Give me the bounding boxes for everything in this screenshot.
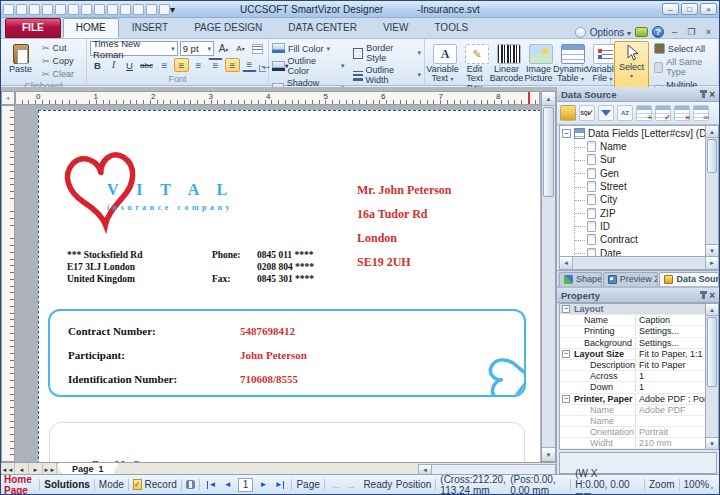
doc-close-button[interactable]: × — [702, 27, 715, 38]
collapse-icon[interactable] — [562, 305, 570, 313]
filter-icon[interactable] — [598, 105, 614, 121]
scroll-up-icon[interactable]: ▲ — [542, 92, 555, 106]
options-button[interactable]: Options — [590, 27, 631, 38]
recipient-address[interactable]: Mr. John Peterson16a Tudor RdLondonSE19 … — [357, 183, 452, 279]
panel-tab[interactable]: Preview Z... — [603, 272, 659, 286]
property-row[interactable]: Description Fit to Paper — [560, 360, 705, 371]
field-item[interactable]: Sur — [575, 153, 705, 166]
letter-box[interactable] — [49, 422, 525, 462]
scroll-thumb[interactable] — [707, 139, 717, 173]
doc-restore-button[interactable]: ❐ — [685, 27, 698, 38]
database-icon[interactable] — [560, 105, 576, 121]
field-item[interactable]: City — [575, 193, 705, 206]
zoom-value[interactable]: 100% — [684, 479, 710, 490]
import-icon[interactable] — [120, 4, 131, 15]
collapse-icon[interactable] — [562, 129, 571, 138]
valign-top-icon[interactable] — [208, 58, 223, 72]
field-item[interactable]: Date — [575, 246, 705, 257]
field-item[interactable]: ID — [575, 220, 705, 233]
undo-icon[interactable] — [68, 4, 79, 15]
property-row[interactable]: Background Settings... — [560, 338, 705, 349]
property-row[interactable]: Widht 210 mm — [560, 438, 705, 449]
clipboard-item[interactable]: Cut — [40, 42, 76, 54]
tree-vertical-scrollbar[interactable]: ▲ ▼ — [706, 125, 719, 257]
solutions-button[interactable]: Solutions — [44, 479, 90, 490]
ribbon-tab[interactable]: HOME — [63, 18, 119, 38]
table-relation-icon[interactable] — [693, 105, 709, 121]
panel-tab[interactable]: Shapes — [559, 272, 602, 286]
property-item[interactable]: Border Style▾ — [353, 43, 421, 63]
object-button[interactable]: A VariableText ▾ — [428, 41, 457, 87]
export-icon[interactable] — [133, 4, 144, 15]
pin-icon[interactable] — [702, 90, 705, 98]
property-row[interactable]: Layout Size Fit to Paper, 1:1 — [560, 349, 705, 360]
bold-icon[interactable]: B — [90, 58, 105, 72]
table-add-icon[interactable] — [636, 105, 652, 121]
list-icon[interactable] — [250, 42, 265, 56]
page-setup-icon[interactable] — [94, 4, 105, 15]
property-row[interactable]: Printer, Paper Adobe PDF : Portrait — [560, 394, 705, 405]
tree-horizontal-scrollbar[interactable]: ◄ ► — [559, 257, 719, 270]
app-icon[interactable] — [3, 4, 14, 15]
sql-check-icon[interactable] — [579, 105, 595, 121]
contract-box[interactable]: Contract Number: 5487698412 Participant:… — [48, 309, 526, 397]
maximize-button[interactable]: □ — [681, 3, 698, 15]
sort-az-icon[interactable] — [617, 105, 633, 121]
scroll-right-icon[interactable]: ► — [705, 257, 718, 269]
tree-root[interactable]: Data Fields [Letter#csv] (Drag & Drop — [560, 126, 705, 140]
close-panel-icon[interactable] — [709, 290, 715, 301]
canvas-vertical-scrollbar[interactable]: ▲ ▼ — [541, 91, 556, 462]
table-delete-icon[interactable] — [674, 105, 690, 121]
scroll-left-icon[interactable]: ◄ — [560, 257, 573, 269]
scroll-up-icon[interactable]: ▲ — [706, 304, 718, 316]
property-row[interactable]: Name Caption — [560, 315, 705, 326]
redo-icon[interactable] — [81, 4, 92, 15]
property-item[interactable]: Outline Width▾ — [353, 65, 421, 85]
field-item[interactable]: Contract — [575, 233, 705, 246]
minimize-ribbon-icon[interactable] — [575, 27, 586, 38]
shrink-font-icon[interactable] — [233, 42, 248, 56]
underline-icon[interactable]: U — [122, 58, 137, 72]
save-icon[interactable] — [42, 4, 53, 15]
sender-address[interactable]: *** Stocksfield RdE17 3LJ LondonUnited K… — [67, 249, 142, 285]
property-row[interactable]: Layout — [560, 304, 705, 315]
doc-minimize-button[interactable]: – — [668, 27, 681, 38]
record-number-field[interactable]: 1 — [238, 478, 254, 492]
table-check-icon[interactable] — [655, 105, 671, 121]
font-family-combo[interactable]: Times New Roman▾ — [90, 41, 178, 56]
home-page-button[interactable]: Home Page — [4, 474, 35, 495]
close-panel-icon[interactable] — [709, 89, 715, 100]
open-folder-icon[interactable] — [29, 4, 40, 15]
clipboard-item[interactable]: Clear — [40, 68, 76, 80]
field-item[interactable]: Street — [575, 180, 705, 193]
clipboard-item[interactable]: Copy — [40, 55, 76, 67]
scroll-up-icon[interactable]: ▲ — [706, 126, 718, 138]
prev-record-icon[interactable]: ◄ — [220, 478, 236, 492]
collapse-icon[interactable] — [562, 350, 570, 358]
back-icon[interactable]: ← — [331, 479, 342, 491]
new-document-icon[interactable] — [16, 4, 27, 15]
record-range-icon[interactable] — [186, 480, 195, 489]
property-row[interactable]: Down 1 — [560, 382, 705, 393]
property-row[interactable]: Across 1 — [560, 371, 705, 382]
scroll-thumb[interactable] — [707, 317, 717, 387]
valign-middle-icon[interactable] — [225, 58, 240, 72]
ribbon-tab[interactable]: FILE — [5, 18, 61, 38]
last-record-icon[interactable]: ► — [271, 478, 287, 492]
property-vertical-scrollbar[interactable]: ▲ ▼ — [706, 303, 719, 450]
panel-tab[interactable]: Data Source — [659, 272, 719, 286]
mail-icon[interactable] — [159, 4, 170, 15]
property-item[interactable]: Fill Color▾ — [272, 43, 345, 54]
scroll-down-icon[interactable]: ▼ — [706, 244, 718, 256]
scroll-left-icon[interactable]: ◄ — [419, 465, 432, 474]
font-size-combo[interactable]: 9 pt▾ — [180, 41, 214, 56]
property-row[interactable]: Name Adobe PDF — [560, 405, 705, 416]
ribbon-tab[interactable]: INSERT — [119, 18, 182, 38]
field-item[interactable]: Name — [575, 140, 705, 153]
first-record-icon[interactable]: ◄ — [204, 478, 220, 492]
skin-icon[interactable] — [635, 27, 648, 37]
resize-grip[interactable] — [709, 479, 716, 491]
document-page[interactable]: V I T A L insurance company Mr. John Pet… — [38, 110, 540, 462]
property-row[interactable]: Orientation Portrait — [560, 427, 705, 438]
property-row[interactable]: Name — [560, 416, 705, 427]
